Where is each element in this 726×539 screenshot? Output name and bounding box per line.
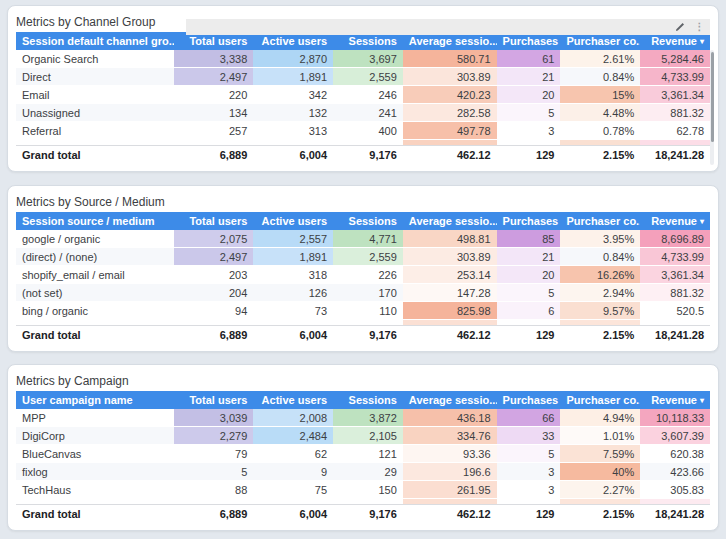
metric-cell: 18,241.28 bbox=[640, 505, 710, 525]
column-header[interactable]: Purchaser co... bbox=[560, 391, 640, 409]
table-row[interactable]: Email220342246420.232015%3,361.34 bbox=[16, 86, 710, 104]
metric-cell: 2,279 bbox=[174, 427, 254, 445]
metric-cell: 9 bbox=[253, 499, 333, 504]
metric-cell: 2,559 bbox=[333, 68, 403, 86]
column-header-label: Total users bbox=[189, 394, 247, 406]
metric-cell: 423.66 bbox=[640, 463, 710, 481]
metric-cell: 4,733.99 bbox=[640, 68, 710, 86]
column-header-label: Total users bbox=[189, 35, 247, 47]
metric-cell: 881.32 bbox=[640, 104, 710, 122]
metric-cell: 1 bbox=[497, 499, 561, 504]
dimension-cell: MPP bbox=[16, 409, 174, 427]
column-header-label: Purchases bbox=[503, 215, 559, 227]
column-header[interactable]: User campaign name bbox=[16, 391, 174, 409]
column-header-label: Purchases bbox=[503, 35, 559, 47]
more-options-icon[interactable]: ⋮ bbox=[694, 22, 705, 33]
dimension-cell: Unassigned bbox=[16, 104, 174, 122]
metric-cell: 253.14 bbox=[403, 266, 497, 284]
table-row[interactable]: BlueCanvas796212193.3657.59%620.38 bbox=[16, 445, 710, 463]
column-header-label: Purchaser co... bbox=[566, 394, 640, 406]
table-row[interactable]: DigiCorp2,2792,4842,105334.76331.01%3,60… bbox=[16, 427, 710, 445]
metric-cell: 79 bbox=[174, 445, 254, 463]
metric-cell: 132 bbox=[253, 104, 333, 122]
metric-cell: 119.57 bbox=[640, 320, 710, 325]
table-row[interactable]: bing / organic9473110825.9869.57%520.5 bbox=[16, 302, 710, 320]
dimension-cell: Organic Social bbox=[16, 140, 174, 145]
metric-cell: 282.58 bbox=[403, 104, 497, 122]
metric-cell: 129 bbox=[497, 146, 561, 166]
table-row-clipped[interactable]: GenTech43914376.9818%119.57 bbox=[16, 499, 710, 504]
chart-card-source-medium: Metrics by Source / Medium Session sourc… bbox=[7, 185, 719, 352]
metric-cell: 3 bbox=[497, 481, 561, 499]
column-header[interactable]: Purchases bbox=[497, 212, 561, 230]
data-table: User campaign nameTotal usersActive user… bbox=[16, 391, 710, 525]
column-header[interactable]: Active users bbox=[253, 212, 333, 230]
table-row-clipped[interactable]: duckduckgo / organic884663416.4449.8%119… bbox=[16, 320, 710, 325]
metric-cell: 203 bbox=[174, 266, 254, 284]
table-row[interactable]: (not set)204126170147.2852.94%881.32 bbox=[16, 284, 710, 302]
dimension-cell: BlueCanvas bbox=[16, 445, 174, 463]
table-row[interactable]: shopify_email / email203318226253.142016… bbox=[16, 266, 710, 284]
metric-cell: 416.44 bbox=[403, 320, 497, 325]
metric-cell: 9.8% bbox=[560, 320, 640, 325]
metric-cell: 110 bbox=[333, 302, 403, 320]
metric-cell: 2.15% bbox=[560, 505, 640, 525]
column-header[interactable]: Revenue▾ bbox=[640, 391, 710, 409]
metric-cell: 2.94% bbox=[560, 284, 640, 302]
dimension-cell: Email bbox=[16, 86, 174, 104]
table-row-clipped[interactable]: Organic Social444563416.44110.1%19.57 bbox=[16, 140, 710, 145]
edit-pencil-icon[interactable] bbox=[674, 22, 685, 33]
dimension-cell: GenTech bbox=[16, 499, 174, 504]
metric-cell: 2,008 bbox=[253, 409, 333, 427]
metric-cell: 40% bbox=[560, 463, 640, 481]
metric-cell: 5,284.46 bbox=[640, 50, 710, 68]
metric-cell: 400 bbox=[333, 122, 403, 140]
metric-cell: 2,559 bbox=[333, 248, 403, 266]
table-row[interactable]: Organic Search3,3382,8703,697580.71612.6… bbox=[16, 50, 710, 68]
table-row[interactable]: MPP3,0392,0083,872436.18664.94%10,118.33 bbox=[16, 409, 710, 427]
metric-cell: 9 bbox=[253, 463, 333, 481]
table-scrollbar-thumb[interactable] bbox=[711, 52, 714, 142]
column-header[interactable]: Sessions bbox=[333, 212, 403, 230]
dimension-cell: bing / organic bbox=[16, 302, 174, 320]
metric-cell: 6,889 bbox=[174, 146, 254, 166]
metric-cell: 88 bbox=[174, 481, 254, 499]
column-header[interactable]: Total users bbox=[174, 212, 254, 230]
metric-cell: 313 bbox=[253, 122, 333, 140]
column-header[interactable]: Average sessio... bbox=[403, 391, 497, 409]
column-header[interactable]: Total users bbox=[174, 391, 254, 409]
dimension-cell: Grand total bbox=[16, 326, 174, 346]
table-row[interactable]: Unassigned134132241282.5854.48%881.32 bbox=[16, 104, 710, 122]
dimension-cell: Organic Search bbox=[16, 50, 174, 68]
metric-cell: 303.89 bbox=[403, 68, 497, 86]
metric-cell: 2.61% bbox=[560, 50, 640, 68]
column-header[interactable]: Active users bbox=[253, 391, 333, 409]
metric-cell: 261.95 bbox=[403, 481, 497, 499]
column-header[interactable]: Purchases bbox=[497, 391, 561, 409]
metric-cell: 4,771 bbox=[333, 230, 403, 248]
metric-cell: 75 bbox=[253, 481, 333, 499]
column-header[interactable]: Average sessio... bbox=[403, 212, 497, 230]
table-row[interactable]: fixlog5929196.6340%423.66 bbox=[16, 463, 710, 481]
column-header[interactable]: Sessions bbox=[333, 391, 403, 409]
table-row[interactable]: (direct) / (none)2,4971,8912,559303.8921… bbox=[16, 248, 710, 266]
metric-cell: 121 bbox=[333, 445, 403, 463]
column-header[interactable]: Revenue▾ bbox=[640, 212, 710, 230]
column-header[interactable]: Session source / medium bbox=[16, 212, 174, 230]
metric-cell: 2,105 bbox=[333, 427, 403, 445]
column-header-label: Sessions bbox=[349, 394, 397, 406]
table-rows: MPP3,0392,0083,872436.18664.94%10,118.33… bbox=[16, 409, 710, 499]
table-row[interactable]: Referral257313400497.7830.78%62.78 bbox=[16, 122, 710, 140]
metric-cell: 257 bbox=[174, 122, 254, 140]
column-header[interactable]: Purchaser co... bbox=[560, 212, 640, 230]
column-header-label: Sessions bbox=[349, 35, 397, 47]
table-row[interactable]: TechHaus8875150261.9532.27%305.83 bbox=[16, 481, 710, 499]
metric-cell: 5 bbox=[497, 104, 561, 122]
metric-cell: 63 bbox=[333, 320, 403, 325]
metric-cell: 5 bbox=[497, 284, 561, 302]
table-scrollbar-track[interactable] bbox=[710, 50, 714, 165]
metric-cell: 334.76 bbox=[403, 427, 497, 445]
table-row[interactable]: google / organic2,0752,5574,771498.81853… bbox=[16, 230, 710, 248]
table-row[interactable]: Direct2,4971,8912,559303.89210.84%4,733.… bbox=[16, 68, 710, 86]
column-header[interactable]: Session default channel gro... bbox=[16, 32, 174, 50]
